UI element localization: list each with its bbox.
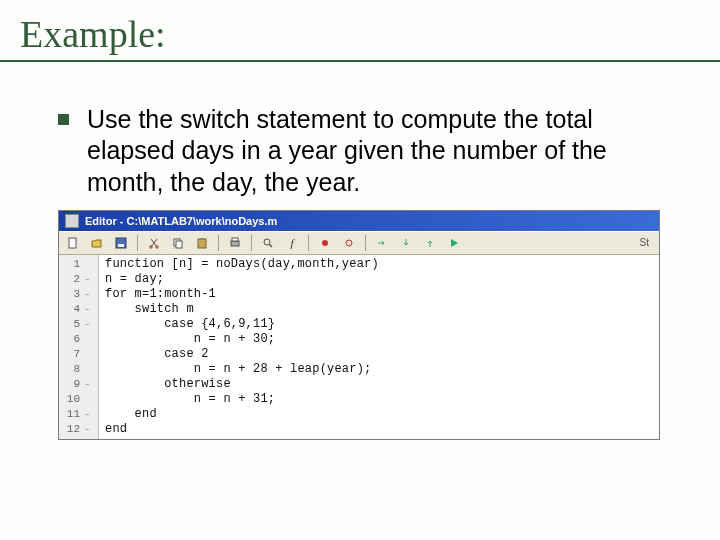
editor-title: Editor - C:\MATLAB7\work\noDays.m xyxy=(85,215,277,227)
line-num: 2 xyxy=(62,273,80,285)
bullet-icon xyxy=(58,114,69,125)
gutter-dash: - xyxy=(84,303,94,315)
svg-rect-8 xyxy=(200,238,204,240)
line-num: 8 xyxy=(62,363,80,375)
line-num: 9 xyxy=(62,378,80,390)
cut-button[interactable] xyxy=(144,234,164,252)
line-num: 12 xyxy=(62,423,80,435)
line-num: 3 xyxy=(62,288,80,300)
code-line: n = n + 30; xyxy=(105,332,653,347)
svg-point-14 xyxy=(346,240,352,246)
gutter-dash: - xyxy=(84,288,94,300)
function-button[interactable]: f xyxy=(282,234,302,252)
code-line: switch m xyxy=(105,302,653,317)
code-line: case {4,6,9,11} xyxy=(105,317,653,332)
toolbar-sep xyxy=(251,235,252,251)
slide-title: Example: xyxy=(20,12,700,56)
line-num: 11 xyxy=(62,408,80,420)
copy-button[interactable] xyxy=(168,234,188,252)
code-line: end xyxy=(105,422,653,437)
gutter-dash: - xyxy=(84,423,94,435)
gutter-dash: - xyxy=(84,318,94,330)
bullet-item: Use the switch statement to compute the … xyxy=(58,104,670,198)
toolbar-sep xyxy=(137,235,138,251)
run-button[interactable] xyxy=(444,234,464,252)
line-num: 5 xyxy=(62,318,80,330)
svg-rect-7 xyxy=(198,239,206,248)
editor-toolbar: f St xyxy=(59,231,659,255)
line-num: 4 xyxy=(62,303,80,315)
gutter-dash: - xyxy=(84,408,94,420)
svg-rect-0 xyxy=(69,238,76,248)
gutter-dash: - xyxy=(84,273,94,285)
svg-rect-2 xyxy=(118,244,124,247)
toolbar-sep xyxy=(218,235,219,251)
svg-marker-15 xyxy=(451,239,458,247)
line-num: 1 xyxy=(62,258,80,270)
editor-titlebar: Editor - C:\MATLAB7\work\noDays.m xyxy=(59,211,659,231)
app-icon xyxy=(65,214,79,228)
code-line: end xyxy=(105,407,653,422)
open-file-button[interactable] xyxy=(87,234,107,252)
svg-rect-6 xyxy=(176,241,182,248)
line-num: 7 xyxy=(62,348,80,360)
toolbar-sep xyxy=(365,235,366,251)
code-line: n = n + 28 + leap(year); xyxy=(105,362,653,377)
new-file-button[interactable] xyxy=(63,234,83,252)
step-out-button[interactable] xyxy=(420,234,440,252)
code-line: n = n + 31; xyxy=(105,392,653,407)
svg-line-12 xyxy=(269,244,272,247)
paste-button[interactable] xyxy=(192,234,212,252)
code-line: n = day; xyxy=(105,272,653,287)
print-button[interactable] xyxy=(225,234,245,252)
svg-point-13 xyxy=(322,240,328,246)
toolbar-sep xyxy=(308,235,309,251)
gutter-dash: - xyxy=(84,378,94,390)
find-button[interactable] xyxy=(258,234,278,252)
step-in-button[interactable] xyxy=(396,234,416,252)
stack-label: St xyxy=(640,237,655,248)
editor-window: Editor - C:\MATLAB7\work\noDays.m xyxy=(58,210,660,440)
line-gutter[interactable]: 1 2- 3- 4- 5- 6 7 8 9- 10 11- 12- xyxy=(59,255,99,439)
line-num: 10 xyxy=(62,393,80,405)
breakpoint-clear-button[interactable] xyxy=(339,234,359,252)
editor-content: 1 2- 3- 4- 5- 6 7 8 9- 10 11- 12- functi… xyxy=(59,255,659,439)
svg-rect-10 xyxy=(232,238,238,241)
code-line: otherwise xyxy=(105,377,653,392)
bullet-text: Use the switch statement to compute the … xyxy=(87,104,670,198)
code-line: for m=1:month-1 xyxy=(105,287,653,302)
line-num: 6 xyxy=(62,333,80,345)
code-line: function [n] = noDays(day,month,year) xyxy=(105,257,653,272)
step-button[interactable] xyxy=(372,234,392,252)
code-area[interactable]: function [n] = noDays(day,month,year) n … xyxy=(99,255,659,439)
code-line: case 2 xyxy=(105,347,653,362)
save-button[interactable] xyxy=(111,234,131,252)
svg-rect-9 xyxy=(231,241,239,246)
breakpoint-set-button[interactable] xyxy=(315,234,335,252)
